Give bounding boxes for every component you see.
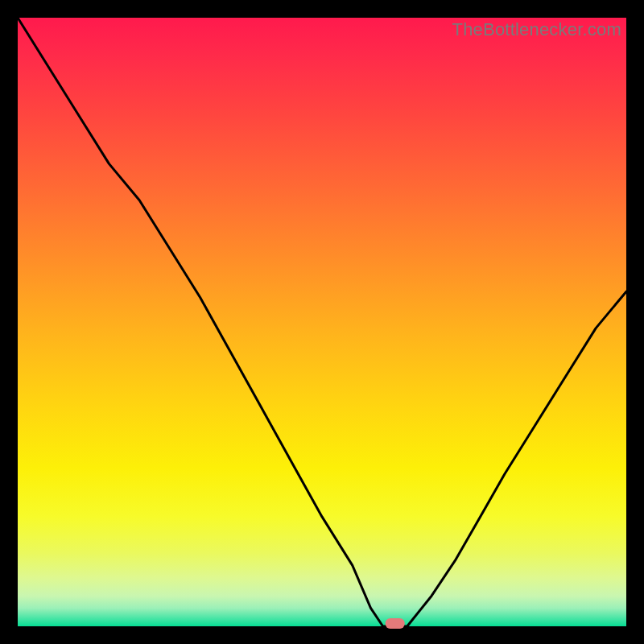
plot-area: TheBottlenecker.com [18, 18, 626, 626]
chart-frame: TheBottlenecker.com [0, 0, 644, 644]
optimal-marker [386, 618, 405, 629]
bottleneck-curve-path [18, 18, 626, 626]
bottleneck-curve-svg [18, 18, 626, 626]
